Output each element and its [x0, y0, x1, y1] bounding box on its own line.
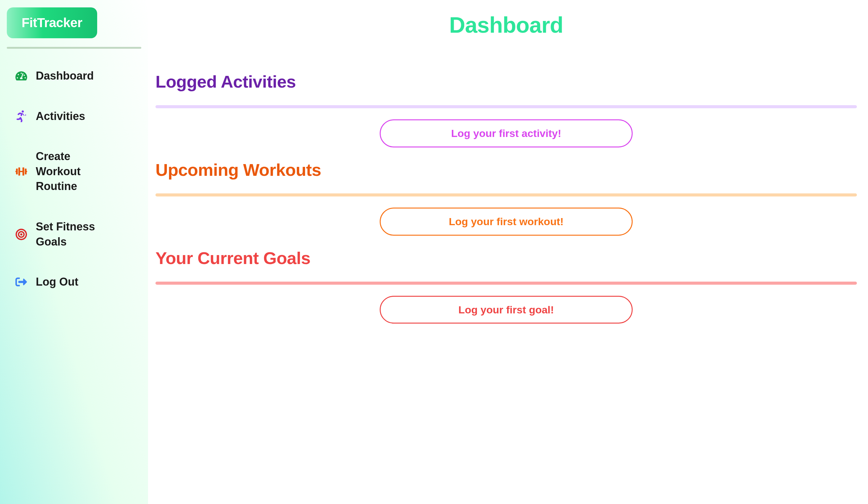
log-workout-button[interactable]: Log your first workout!: [380, 208, 633, 236]
main-content: Dashboard Logged Activities Log your fir…: [148, 0, 868, 504]
sidebar-item-dashboard[interactable]: Dashboard: [7, 61, 124, 91]
brand-logo[interactable]: FitTracker: [7, 7, 97, 38]
section-title-workouts: Upcoming Workouts: [155, 160, 857, 180]
log-activity-button[interactable]: Log your first activity!: [380, 119, 633, 147]
sidebar-item-label: Set Fitness Goals: [36, 219, 115, 249]
sidebar-item-set-goals[interactable]: Set Fitness Goals: [7, 212, 124, 257]
section-logged-activities: Logged Activities Log your first activit…: [155, 72, 857, 147]
section-divider-goals: [155, 281, 857, 285]
sidebar-item-logout[interactable]: Log Out: [7, 267, 124, 297]
section-title-activities: Logged Activities: [155, 72, 857, 92]
section-upcoming-workouts: Upcoming Workouts Log your first workout…: [155, 160, 857, 236]
sidebar-divider: [7, 47, 141, 49]
logout-icon: [16, 276, 27, 288]
section-title-goals: Your Current Goals: [155, 248, 857, 268]
sidebar-item-activities[interactable]: Activities: [7, 102, 124, 131]
sidebar-item-label: Create Workout Routine: [36, 149, 115, 194]
section-divider-workouts: [155, 193, 857, 196]
section-current-goals: Your Current Goals Log your first goal!: [155, 248, 857, 324]
sidebar-item-create-workout[interactable]: Create Workout Routine: [7, 142, 124, 202]
log-goal-button[interactable]: Log your first goal!: [380, 296, 633, 324]
running-icon: [16, 111, 27, 122]
sidebar-item-label: Dashboard: [36, 69, 115, 84]
page-title: Dashboard: [155, 12, 857, 38]
dashboard-icon: [16, 70, 27, 82]
section-divider-activities: [155, 105, 857, 108]
sidebar-item-label: Activities: [36, 109, 115, 124]
bullseye-icon: [16, 228, 27, 240]
sidebar-nav: Dashboard Activities Create Workout Rout…: [7, 61, 141, 297]
sidebar-item-label: Log Out: [36, 275, 115, 290]
sidebar: FitTracker Dashboard Activities Create W…: [0, 0, 148, 504]
dumbbell-icon: [16, 166, 27, 177]
